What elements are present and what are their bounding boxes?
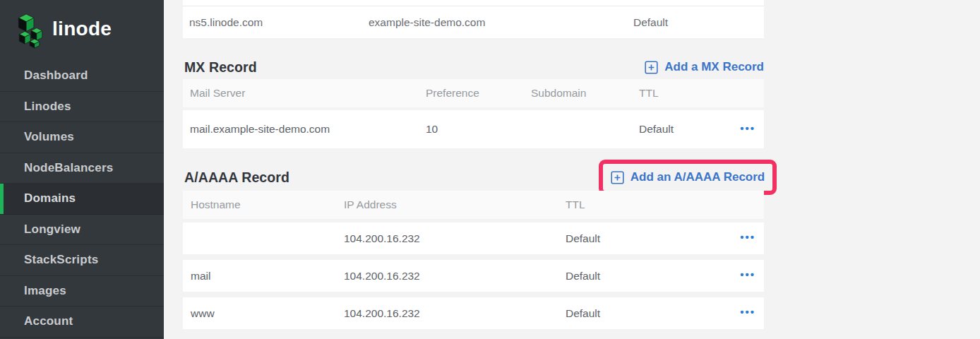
sidebar-item-images[interactable]: Images <box>0 276 164 307</box>
table-row: www 104.200.16.232 Default ••• <box>183 297 764 329</box>
sidebar-item-stackscripts[interactable]: StackScripts <box>0 245 164 276</box>
more-options-icon[interactable]: ••• <box>740 123 755 136</box>
ns-ttl-cell: Default <box>633 16 755 29</box>
a-hostname-cell: mail <box>191 270 344 282</box>
column-header-ip-address: IP Address <box>344 198 566 211</box>
linode-cubes-icon <box>18 13 46 49</box>
mx-section-header: MX Record Add a MX Record <box>183 58 764 76</box>
app-window: linode Dashboard Linodes Volumes NodeBal… <box>0 0 980 339</box>
a-record-section-title: A/AAAA Record <box>183 170 289 186</box>
mx-section-title: MX Record <box>183 59 257 76</box>
table-row: ns5.linode.com example-site-demo.com Def… <box>183 6 764 38</box>
table-row: 104.200.16.232 Default ••• <box>183 222 764 254</box>
ns-subdomain-cell: example-site-demo.com <box>369 16 633 29</box>
a-hostname-cell: www <box>191 307 344 320</box>
sidebar: linode Dashboard Linodes Volumes NodeBal… <box>0 0 164 339</box>
brand-name: linode <box>52 18 112 40</box>
a-ttl-cell: Default <box>566 232 719 245</box>
column-header-preference: Preference <box>426 87 531 100</box>
mx-preference-cell: 10 <box>426 123 531 136</box>
sidebar-item-nodebalancers[interactable]: NodeBalancers <box>0 153 164 184</box>
sidebar-item-linodes[interactable]: Linodes <box>0 92 164 123</box>
add-mx-record-label: Add a MX Record <box>664 60 764 74</box>
column-header-hostname: Hostname <box>191 198 344 211</box>
column-header-mail-server: Mail Server <box>190 87 426 100</box>
column-header-subdomain: Subdomain <box>531 87 639 100</box>
add-a-record-label: Add an A/AAAA Record <box>631 170 765 184</box>
column-header-ttl: TTL <box>639 87 719 100</box>
ns-name-server-cell: ns5.linode.com <box>189 16 369 29</box>
a-ttl-cell: Default <box>566 307 719 320</box>
mx-table-header: Mail Server Preference Subdomain TTL <box>183 79 764 107</box>
linode-logo[interactable]: linode <box>0 0 164 52</box>
mx-record-table: Mail Server Preference Subdomain TTL mai… <box>183 79 764 148</box>
plus-icon <box>645 61 658 74</box>
a-record-table: Hostname IP Address TTL 104.200.16.232 D… <box>183 191 764 335</box>
more-options-icon[interactable]: ••• <box>740 307 755 320</box>
plus-icon <box>611 171 624 184</box>
add-mx-record-button[interactable]: Add a MX Record <box>645 60 764 74</box>
sidebar-nav: Dashboard Linodes Volumes NodeBalancers … <box>0 61 164 338</box>
ns-row-previous-edge <box>183 0 764 6</box>
a-ip-cell: 104.200.16.232 <box>344 232 566 245</box>
column-header-ttl: TTL <box>566 198 719 211</box>
sidebar-item-dashboard[interactable]: Dashboard <box>0 61 164 92</box>
table-row: mail 104.200.16.232 Default ••• <box>183 260 764 292</box>
a-ttl-cell: Default <box>566 270 719 282</box>
sidebar-item-longview[interactable]: Longview <box>0 215 164 246</box>
more-options-icon[interactable]: ••• <box>740 269 755 282</box>
annotation-highlight: Add an A/AAAA Record <box>599 160 777 195</box>
a-table-header: Hostname IP Address TTL <box>183 191 764 219</box>
table-row: mail.example-site-demo.com 10 Default ••… <box>183 110 764 148</box>
sidebar-item-account[interactable]: Account <box>0 307 164 338</box>
main-content: ns5.linode.com example-site-demo.com Def… <box>183 0 764 339</box>
a-ip-cell: 104.200.16.232 <box>344 307 566 320</box>
mx-ttl-cell: Default <box>639 123 719 136</box>
ns-record-table-partial: ns5.linode.com example-site-demo.com Def… <box>183 0 764 38</box>
mx-mail-server-cell: mail.example-site-demo.com <box>190 123 426 136</box>
more-options-icon[interactable]: ••• <box>740 232 755 245</box>
sidebar-item-domains[interactable]: Domains <box>0 184 164 215</box>
a-ip-cell: 104.200.16.232 <box>344 270 566 282</box>
add-a-record-button[interactable]: Add an A/AAAA Record <box>611 170 765 184</box>
sidebar-item-volumes[interactable]: Volumes <box>0 122 164 153</box>
